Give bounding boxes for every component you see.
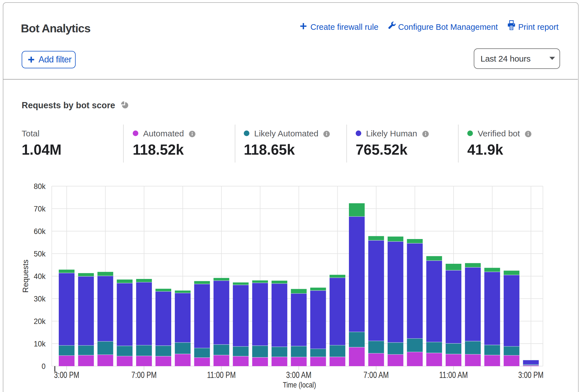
- svg-text:7:00 PM: 7:00 PM: [131, 370, 157, 380]
- svg-text:30k: 30k: [34, 295, 46, 303]
- svg-text:3:00 PM: 3:00 PM: [54, 370, 79, 380]
- svg-text:10k: 10k: [34, 340, 46, 348]
- svg-text:70k: 70k: [34, 205, 46, 213]
- svg-text:0: 0: [42, 362, 46, 371]
- svg-text:3:00 PM: 3:00 PM: [518, 370, 543, 380]
- svg-text:11:00 PM: 11:00 PM: [207, 370, 236, 380]
- svg-text:20k: 20k: [34, 317, 46, 326]
- svg-text:Time (local): Time (local): [283, 380, 316, 389]
- svg-text:60k: 60k: [34, 227, 46, 236]
- svg-text:3:00 AM: 3:00 AM: [286, 370, 312, 380]
- svg-text:Requests: Requests: [21, 260, 30, 293]
- svg-text:40k: 40k: [34, 272, 46, 281]
- svg-text:50k: 50k: [34, 250, 46, 258]
- svg-text:7:00 AM: 7:00 AM: [364, 370, 389, 380]
- svg-text:80k: 80k: [34, 182, 46, 191]
- svg-text:11:00 AM: 11:00 AM: [439, 370, 468, 380]
